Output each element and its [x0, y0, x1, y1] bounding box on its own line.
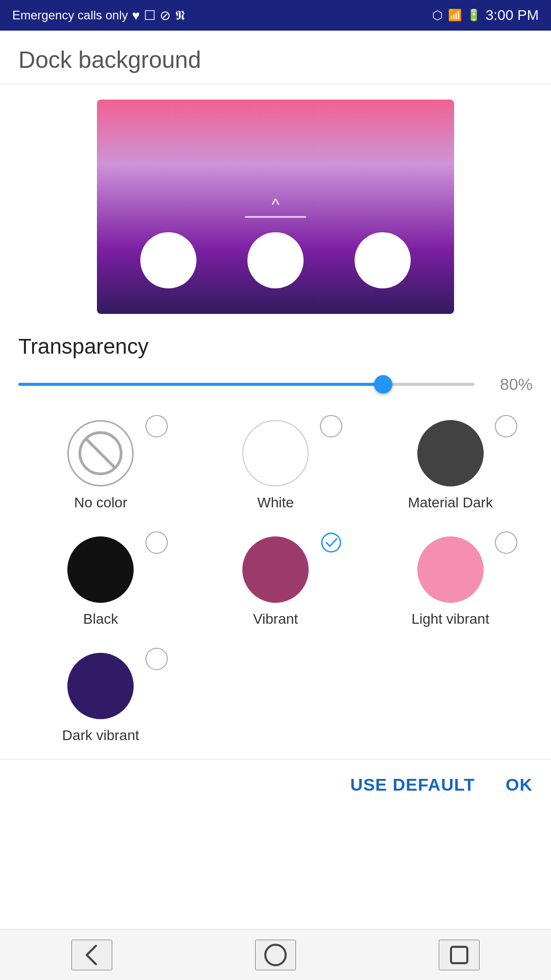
color-circle-black	[67, 536, 134, 603]
slider-wrapper[interactable]	[18, 374, 474, 395]
radio-light-vibrant[interactable]	[495, 531, 517, 554]
color-label-light-vibrant: Light vibrant	[411, 611, 489, 627]
file-icon: ☐	[144, 8, 156, 23]
color-label-vibrant: Vibrant	[253, 611, 298, 627]
radio-no-color[interactable]	[145, 415, 168, 437]
color-option-black[interactable]: Black	[18, 531, 183, 627]
color-circle-material-dark	[417, 420, 484, 486]
emergency-calls-text: Emergency calls only	[12, 8, 128, 22]
color-circle-dark-vibrant	[67, 653, 134, 719]
heart-icon: ♥	[132, 8, 140, 23]
no-entry-icon	[78, 430, 123, 476]
color-label-material-dark: Material Dark	[408, 495, 492, 511]
newspaper-icon: 𝕹	[175, 8, 185, 23]
color-label-black: Black	[83, 611, 118, 627]
svg-rect-4	[451, 947, 467, 963]
back-button[interactable]	[71, 940, 112, 970]
recents-button[interactable]	[439, 940, 480, 970]
color-option-material-dark[interactable]: Material Dark	[368, 415, 533, 511]
header: Dock background	[0, 31, 551, 84]
preview-gradient: ^	[97, 100, 454, 314]
color-option-no-color[interactable]: No color	[18, 415, 183, 511]
svg-point-2	[322, 533, 340, 552]
battery-icon: 🔋	[467, 9, 481, 22]
color-circle-white	[242, 420, 309, 486]
color-circle-light-vibrant	[417, 536, 484, 603]
slider-row: 80%	[18, 374, 533, 395]
preview-image: ^	[97, 100, 454, 314]
no-color-circle	[67, 420, 134, 486]
check-icon	[321, 532, 341, 553]
signal-icon: 📶	[448, 9, 462, 22]
color-circle-vibrant	[242, 536, 309, 603]
preview-container: ^	[0, 84, 551, 329]
color-grid: No color White Material Dark Black	[18, 415, 533, 759]
checkmark-vibrant	[320, 531, 342, 554]
status-bar-left: Emergency calls only ♥ ☐ ⊘ 𝕹	[12, 8, 185, 23]
action-buttons: USE DEFAULT OK	[0, 760, 551, 810]
transparency-title: Transparency	[18, 334, 533, 359]
status-bar-right: ⬡ 📶 🔋 3:00 PM	[432, 7, 539, 23]
preview-icon-3	[355, 232, 411, 288]
radio-black[interactable]	[145, 531, 168, 554]
color-label-white: White	[257, 495, 294, 511]
radio-dark-vibrant[interactable]	[145, 648, 168, 670]
transparency-section: Transparency 80%	[18, 334, 533, 395]
home-button[interactable]	[255, 940, 296, 970]
content: Transparency 80% No color	[0, 329, 551, 759]
radio-material-dark[interactable]	[495, 415, 517, 437]
circle-slash-icon: ⊘	[160, 8, 171, 23]
back-icon	[79, 942, 105, 968]
color-option-white[interactable]: White	[193, 415, 358, 511]
nav-bar	[0, 929, 551, 980]
status-bar: Emergency calls only ♥ ☐ ⊘ 𝕹 ⬡ 📶 🔋 3:00 …	[0, 0, 551, 31]
svg-point-3	[265, 945, 286, 965]
svg-line-1	[87, 439, 114, 467]
page-title: Dock background	[18, 46, 533, 74]
slider-track	[18, 383, 474, 386]
preview-icon-2	[247, 232, 304, 288]
time-display: 3:00 PM	[486, 7, 539, 23]
handle-line	[245, 216, 306, 218]
color-label-no-color: No color	[74, 495, 127, 511]
home-icon	[262, 942, 289, 968]
use-default-button[interactable]: USE DEFAULT	[350, 775, 475, 795]
recents-icon	[446, 942, 472, 968]
color-option-light-vibrant[interactable]: Light vibrant	[368, 531, 533, 627]
preview-dock-handle: ^	[245, 196, 306, 218]
slider-value: 80%	[487, 375, 533, 394]
chevron-up-icon: ^	[271, 196, 279, 212]
bluetooth-icon: ⬡	[432, 8, 443, 22]
preview-icon-1	[140, 232, 196, 288]
color-option-dark-vibrant[interactable]: Dark vibrant	[18, 648, 183, 744]
preview-icons-row	[97, 232, 454, 288]
color-label-dark-vibrant: Dark vibrant	[62, 727, 139, 744]
ok-button[interactable]: OK	[506, 775, 533, 795]
slider-fill	[18, 383, 383, 386]
color-option-vibrant[interactable]: Vibrant	[193, 531, 358, 627]
radio-white[interactable]	[320, 415, 342, 437]
slider-thumb[interactable]	[374, 375, 392, 394]
